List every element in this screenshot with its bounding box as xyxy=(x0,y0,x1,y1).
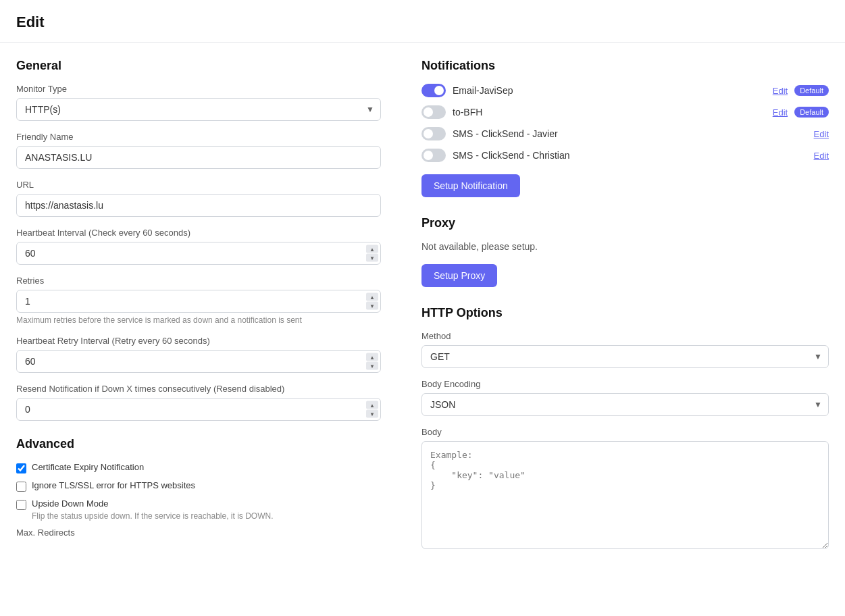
notification-item: to-BFHEditDefault xyxy=(421,105,829,119)
monitor-type-select[interactable]: HTTP(s) TCP Ping DNS Push Steam Game Ser… xyxy=(16,98,381,121)
notification-item: Email-JaviSepEditDefault xyxy=(421,84,829,97)
heartbeat-retry-spinner-btns: ▲ ▼ xyxy=(366,353,378,370)
upside-down-helper: Flip the status upside down. If the serv… xyxy=(16,511,381,521)
body-encoding-group: Body Encoding JSON XML Form Data ▼ xyxy=(421,379,829,416)
advanced-section: Advanced Certificate Expiry Notification… xyxy=(16,437,381,538)
heartbeat-interval-spinner-btns: ▲ ▼ xyxy=(366,245,378,262)
ignore-tls-group: Ignore TLS/SSL error for HTTPS websites xyxy=(16,480,381,492)
general-section-title: General xyxy=(16,59,381,73)
notification-toggle-email-javisep[interactable] xyxy=(421,84,446,97)
body-encoding-select-wrap: JSON XML Form Data ▼ xyxy=(421,393,829,416)
monitor-type-select-wrap: HTTP(s) TCP Ping DNS Push Steam Game Ser… xyxy=(16,98,381,121)
page-title: Edit xyxy=(16,14,829,31)
notification-edit-link[interactable]: Edit xyxy=(814,151,829,161)
resend-input[interactable] xyxy=(16,398,381,421)
upside-down-label[interactable]: Upside Down Mode xyxy=(16,498,381,510)
toggle-slider-icon xyxy=(421,105,446,119)
proxy-description: Not available, please setup. xyxy=(421,241,829,252)
retries-up-btn[interactable]: ▲ xyxy=(366,293,378,301)
http-options-title: HTTP Options xyxy=(421,306,829,320)
setup-proxy-button[interactable]: Setup Proxy xyxy=(421,264,497,287)
retries-down-btn[interactable]: ▼ xyxy=(366,302,378,310)
notification-badge: Default xyxy=(794,107,829,118)
retries-label: Retries xyxy=(16,276,381,286)
heartbeat-retry-input[interactable] xyxy=(16,350,381,373)
certificate-expiry-text: Certificate Expiry Notification xyxy=(32,462,144,472)
notification-name: SMS - ClickSend - Christian xyxy=(453,150,807,161)
retries-spinner-btns: ▲ ▼ xyxy=(366,293,378,310)
upside-down-checkbox[interactable] xyxy=(16,500,26,510)
ignore-tls-text: Ignore TLS/SSL error for HTTPS websites xyxy=(32,480,195,490)
heartbeat-interval-up-btn[interactable]: ▲ xyxy=(366,245,378,253)
notification-edit-link[interactable]: Edit xyxy=(814,129,829,139)
friendly-name-group: Friendly Name xyxy=(16,132,381,169)
heartbeat-retry-group: Heartbeat Retry Interval (Retry every 60… xyxy=(16,336,381,373)
url-input[interactable] xyxy=(16,194,381,217)
resend-spinner-btns: ▲ ▼ xyxy=(366,401,378,418)
notification-edit-link[interactable]: Edit xyxy=(773,107,788,118)
friendly-name-label: Friendly Name xyxy=(16,132,381,142)
certificate-expiry-group: Certificate Expiry Notification xyxy=(16,462,381,473)
upside-down-text: Upside Down Mode xyxy=(32,498,108,509)
retries-input[interactable] xyxy=(16,290,381,313)
ignore-tls-checkbox[interactable] xyxy=(16,482,26,492)
notification-badge: Default xyxy=(794,85,829,96)
setup-notification-button[interactable]: Setup Notification xyxy=(421,174,520,197)
monitor-type-group: Monitor Type HTTP(s) TCP Ping DNS Push S… xyxy=(16,84,381,121)
body-group: Body xyxy=(421,427,829,551)
toggle-slider-icon xyxy=(421,127,446,140)
toggle-slider-icon xyxy=(421,149,446,162)
resend-down-btn[interactable]: ▼ xyxy=(366,410,378,418)
url-label: URL xyxy=(16,180,381,190)
body-textarea[interactable] xyxy=(421,441,829,549)
method-select[interactable]: GET POST PUT PATCH DELETE HEAD xyxy=(421,345,829,368)
notification-name: SMS - ClickSend - Javier xyxy=(453,128,807,139)
resend-spinner: ▲ ▼ xyxy=(16,398,381,421)
notification-toggle-sms-clicksend-christian[interactable] xyxy=(421,149,446,162)
retries-group: Retries ▲ ▼ Maximum retries before the s… xyxy=(16,276,381,325)
certificate-expiry-label[interactable]: Certificate Expiry Notification xyxy=(16,462,381,473)
heartbeat-interval-down-btn[interactable]: ▼ xyxy=(366,254,378,262)
resend-up-btn[interactable]: ▲ xyxy=(366,401,378,409)
resend-group: Resend Notification if Down X times cons… xyxy=(16,384,381,421)
method-group: Method GET POST PUT PATCH DELETE HEAD ▼ xyxy=(421,331,829,368)
body-encoding-label: Body Encoding xyxy=(421,379,829,389)
body-label: Body xyxy=(421,427,829,437)
resend-label: Resend Notification if Down X times cons… xyxy=(16,384,381,394)
notification-toggle-to-bfh[interactable] xyxy=(421,105,446,119)
notifications-section-title: Notifications xyxy=(421,59,829,73)
retries-spinner: ▲ ▼ xyxy=(16,290,381,313)
heartbeat-retry-label: Heartbeat Retry Interval (Retry every 60… xyxy=(16,336,381,346)
heartbeat-interval-input[interactable] xyxy=(16,242,381,265)
proxy-section-title: Proxy xyxy=(421,216,829,230)
heartbeat-retry-spinner: ▲ ▼ xyxy=(16,350,381,373)
monitor-type-label: Monitor Type xyxy=(16,84,381,94)
ignore-tls-label[interactable]: Ignore TLS/SSL error for HTTPS websites xyxy=(16,480,381,492)
notification-toggle-sms-clicksend-javier[interactable] xyxy=(421,127,446,140)
upside-down-group: Upside Down Mode Flip the status upside … xyxy=(16,498,381,521)
heartbeat-interval-label: Heartbeat Interval (Check every 60 secon… xyxy=(16,228,381,238)
certificate-expiry-checkbox[interactable] xyxy=(16,463,26,473)
notification-list: Email-JaviSepEditDefaultto-BFHEditDefaul… xyxy=(421,84,829,162)
left-panel: General Monitor Type HTTP(s) TCP Ping DN… xyxy=(16,59,408,562)
body-encoding-select[interactable]: JSON XML Form Data xyxy=(421,393,829,416)
http-options-section: HTTP Options Method GET POST PUT PATCH D… xyxy=(421,306,829,551)
heartbeat-retry-up-btn[interactable]: ▲ xyxy=(366,353,378,361)
advanced-section-title: Advanced xyxy=(16,437,381,451)
notification-item: SMS - ClickSend - ChristianEdit xyxy=(421,149,829,162)
heartbeat-retry-down-btn[interactable]: ▼ xyxy=(366,362,378,370)
method-select-wrap: GET POST PUT PATCH DELETE HEAD ▼ xyxy=(421,345,829,368)
friendly-name-input[interactable] xyxy=(16,146,381,169)
method-label: Method xyxy=(421,331,829,341)
url-group: URL xyxy=(16,180,381,217)
proxy-section: Proxy Not available, please setup. Setup… xyxy=(421,216,829,287)
notification-edit-link[interactable]: Edit xyxy=(773,86,788,96)
max-redirects-group: Max. Redirects xyxy=(16,528,381,538)
toggle-slider-icon xyxy=(421,84,446,97)
notification-name: Email-JaviSep xyxy=(453,85,766,96)
heartbeat-interval-spinner: ▲ ▼ xyxy=(16,242,381,265)
notification-name: to-BFH xyxy=(453,107,766,118)
max-redirects-label: Max. Redirects xyxy=(16,528,381,538)
right-panel: Notifications Email-JaviSepEditDefaultto… xyxy=(408,59,829,562)
notification-item: SMS - ClickSend - JavierEdit xyxy=(421,127,829,140)
